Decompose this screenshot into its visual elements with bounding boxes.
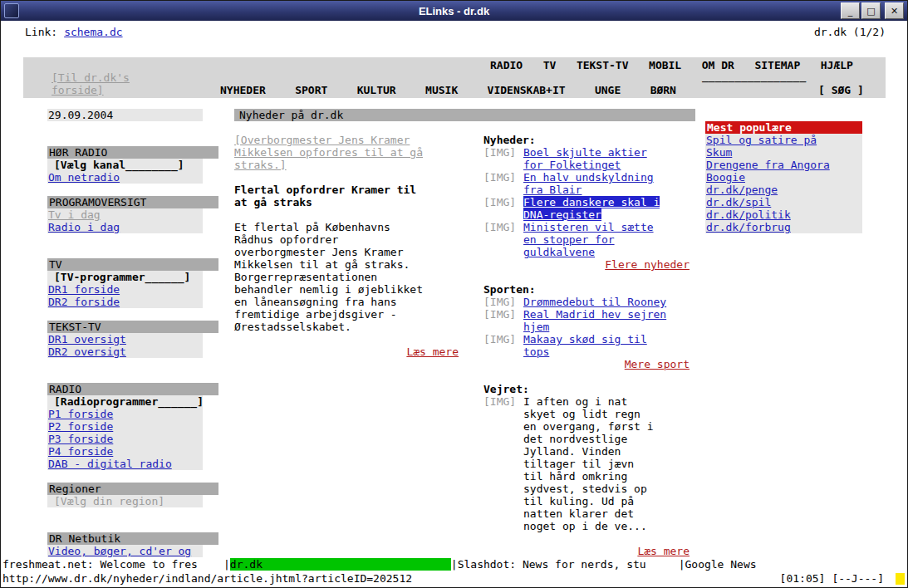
image-placeholder[interactable]: [IMG] — [483, 221, 517, 233]
sidebar-link-netbutik-video[interactable]: Video, bøger, cd'er og — [48, 545, 191, 557]
news-column: Nyheder: [IMG] Boel skjulte aktier for F… — [483, 134, 690, 557]
sport-link-makaay[interactable]: Makaay skød sig til tops — [523, 333, 647, 358]
sidebar-header-programoversigt: PROGRAMOVERSIGT — [47, 196, 218, 208]
most-popular-header: Mest populære — [705, 121, 862, 134]
popular-row: dr.dk/forbrug — [705, 221, 862, 233]
channel-select[interactable]: [Vælg kanal________] — [48, 159, 184, 171]
tab-slashdot[interactable]: Slashdot: News for nerds, stu — [458, 558, 679, 571]
news-link-guldkalvene[interactable]: Ministeren vil sætte en stopper for guld… — [523, 221, 654, 258]
sidebar-link-tv-i-dag[interactable]: Tv i dag — [48, 208, 101, 221]
title-bar[interactable]: ELinks - dr.dk _ □ ✕ — [1, 1, 907, 22]
popular-row: Drengene fra Angora — [705, 159, 862, 171]
sidebar-header-regioner: Regioner — [47, 483, 218, 495]
page-indicator: dr.dk (1/2) — [814, 26, 886, 38]
most-popular: Mest populære Spil og satire på Skum Dre… — [705, 121, 862, 233]
region-select[interactable]: [Vælg din region] — [48, 495, 164, 507]
sidebar-header-dr-netbutik: DR Netbutik — [47, 532, 218, 545]
nav-tv[interactable]: TV — [543, 59, 557, 71]
status-right: [01:05] [--J---] — [780, 572, 905, 585]
popular-row: Boogie — [705, 171, 862, 184]
popular-link-forbrug[interactable]: dr.dk/forbrug — [706, 221, 791, 233]
terminal-cursor — [896, 573, 905, 585]
nav-musik[interactable]: MUSIK — [425, 84, 458, 96]
current-link-value[interactable]: schema.dc — [64, 26, 122, 38]
more-sport-link[interactable]: Mere sport — [625, 358, 690, 370]
sport-link-real-madrid[interactable]: Real Madrid hev sejren hjem — [523, 308, 666, 333]
nav-radio[interactable]: RADIO — [490, 59, 523, 71]
sidebar-link-dab-digital-radio[interactable]: DAB - digital radio — [48, 458, 172, 470]
nav-nyheder[interactable]: NYHEDER — [220, 84, 266, 96]
news-link-blair[interactable]: En halv undskyldning fra Blair — [523, 171, 654, 196]
news-item: [IMG] Ministeren vil sætte en stopper fo… — [483, 221, 690, 258]
nav-sport[interactable]: SPORT — [295, 84, 327, 96]
popular-link-skum[interactable]: Spil og satire på Skum — [706, 134, 817, 159]
article-image-alt-link[interactable]: [Overborgmester Jens Kramer Mikkelsen op… — [234, 134, 423, 171]
window-title: ELinks - dr.dk — [1, 5, 907, 17]
popular-link-politik[interactable]: dr.dk/politik — [706, 208, 791, 221]
nav-kultur[interactable]: KULTUR — [357, 84, 396, 96]
window-controls: _ □ ✕ — [841, 2, 904, 19]
image-placeholder[interactable]: [IMG] — [483, 171, 517, 184]
popular-link-spil[interactable]: dr.dk/spil — [706, 196, 771, 208]
weather-read-more-link[interactable]: Læs mere — [637, 545, 690, 557]
tab-drdk-active[interactable]: dr.dk — [230, 558, 451, 571]
article-read-more-link[interactable]: Læs mere — [406, 345, 459, 358]
home-link-line1[interactable]: [Til dr.dk's — [52, 71, 168, 84]
tv-programs-select[interactable]: [TV-programmer______] — [48, 271, 190, 283]
popular-row: Spil og satire på Skum — [705, 134, 862, 159]
nav-boern[interactable]: BØRN — [650, 84, 676, 96]
image-placeholder[interactable]: [IMG] — [483, 333, 517, 345]
image-placeholder[interactable]: [IMG] — [483, 196, 517, 208]
popular-row: dr.dk/spil — [705, 196, 862, 208]
status-bar: http://www.dr.dk/nyheder/indland/article… — [2, 572, 905, 585]
weather-item: [IMG] I aften og i nat skyet og lidt reg… — [483, 395, 690, 532]
image-placeholder[interactable]: [IMG] — [483, 146, 517, 159]
more-news-link[interactable]: Flere nyheder — [605, 258, 690, 271]
sport-item: [IMG] Real Madrid hev sejren hjem — [483, 308, 690, 333]
site-navigation: RADIO TV TEKST-TV MOBIL OM DR SITEMAP HJ… — [23, 57, 886, 98]
sport-link-rooney[interactable]: Drømmedebut til Rooney — [523, 296, 666, 308]
home-link[interactable]: [Til dr.dk's forside] — [52, 71, 168, 96]
nav-mobil[interactable]: MOBIL — [649, 59, 681, 71]
sidebar-link-dr2-forside[interactable]: DR2 forside — [48, 296, 120, 308]
tab-separator: | — [679, 558, 685, 571]
search-input[interactable]: ________________ — [702, 70, 806, 82]
sidebar-link-dr2-oversigt[interactable]: DR2 oversigt — [48, 345, 126, 358]
search-button[interactable]: [ SØG ] — [818, 84, 864, 96]
sidebar-link-dr1-oversigt[interactable]: DR1 oversigt — [48, 333, 126, 345]
sidebar-link-p1-forside[interactable]: P1 forside — [48, 408, 113, 420]
sport-item: [IMG] Drømmedebut til Rooney — [483, 296, 690, 308]
popular-link-penge[interactable]: dr.dk/penge — [706, 184, 778, 196]
sidebar-link-p2-forside[interactable]: P2 forside — [48, 420, 113, 433]
tab-freshmeat[interactable]: freshmeat.net: Welcome to fres — [2, 558, 223, 571]
sidebar-link-p3-forside[interactable]: P3 forside — [48, 433, 113, 445]
maximize-button[interactable]: □ — [861, 2, 881, 19]
image-placeholder[interactable]: [IMG] — [483, 308, 517, 321]
news-link-boel-aktier[interactable]: Boel skjulte aktier for Folketinget — [523, 146, 647, 171]
terminal-screen: Link:schema.dc dr.dk (1/2) RADIO TV TEKS… — [1, 21, 907, 587]
image-placeholder[interactable]: [IMG] — [483, 296, 517, 308]
tab-separator: | — [451, 558, 458, 571]
sport-heading: Sporten: — [483, 283, 690, 296]
link-label: Link: — [25, 26, 57, 38]
close-button[interactable]: ✕ — [885, 2, 904, 19]
nav-unge[interactable]: UNGE — [595, 84, 621, 96]
sidebar-link-radio-i-dag[interactable]: Radio i dag — [48, 221, 120, 233]
sport-item: [IMG] Makaay skød sig til tops — [483, 333, 690, 358]
popular-link-boogie[interactable]: Boogie — [706, 171, 745, 184]
sidebar-link-om-netradio[interactable]: Om netradio — [48, 171, 120, 184]
news-item: [IMG] Flere danskere skal i DNA-register — [483, 196, 690, 221]
sidebar-link-p4-forside[interactable]: P4 forside — [48, 445, 113, 458]
sidebar-header-radio: RADIO — [47, 383, 218, 395]
sidebar-link-dr1-forside[interactable]: DR1 forside — [48, 283, 120, 296]
news-link-dna-register-selected[interactable]: Flere danskere skal i DNA-register — [523, 196, 660, 221]
minimize-button[interactable]: _ — [841, 2, 860, 19]
popular-link-angora[interactable]: Drengene fra Angora — [706, 159, 830, 171]
home-link-line2[interactable]: forside] — [52, 84, 168, 96]
tab-google-news[interactable]: Google News — [685, 558, 756, 571]
nav-hjaelp[interactable]: HJÆLP — [821, 59, 853, 71]
image-placeholder[interactable]: [IMG] — [483, 395, 517, 408]
nav-tekst-tv[interactable]: TEKST-TV — [577, 59, 629, 71]
nav-videnskab-it[interactable]: VIDENSKAB+IT — [488, 84, 566, 96]
radio-programs-select[interactable]: [Radioprogrammer______] — [48, 395, 204, 408]
